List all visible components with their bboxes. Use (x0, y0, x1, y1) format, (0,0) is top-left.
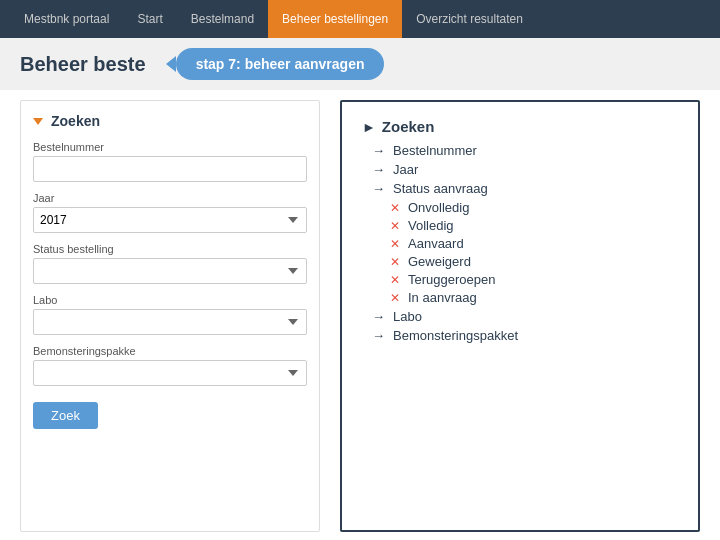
nav-bar: Mestbnk portaal Start Bestelmand Beheer … (0, 0, 720, 38)
label-bemonsteringspakket: Bemonsteringspakke (33, 345, 307, 357)
annotation-bemonsteringspakket: → Bemonsteringspakket (362, 328, 678, 343)
cross-icon-aanvaard: ✕ (390, 237, 400, 251)
form-group-jaar: Jaar 2017 2016 2015 (33, 192, 307, 233)
label-jaar: Jaar (33, 192, 307, 204)
cross-icon-geweigerd: ✕ (390, 255, 400, 269)
annotation-text-labo: Labo (393, 309, 422, 324)
zoeken-label: Zoeken (51, 113, 100, 129)
nav-mestbnk[interactable]: Mestbnk portaal (10, 0, 123, 38)
arrow-icon-bestelnummer: → (372, 143, 385, 158)
cross-icon-inaanvraag: ✕ (390, 291, 400, 305)
arrow-icon-status: → (372, 181, 385, 196)
page-title: Beheer beste (20, 53, 146, 76)
sub-item-volledig: ✕ Volledig (390, 218, 678, 233)
annotation-text-status: Status aanvraag (393, 181, 488, 196)
cross-icon-onvolledig: ✕ (390, 201, 400, 215)
cross-icon-teruggeroepen: ✕ (390, 273, 400, 287)
status-sub-items: ✕ Onvolledig ✕ Volledig ✕ Aanvaard ✕ Gew… (362, 200, 678, 305)
select-status[interactable] (33, 258, 307, 284)
annotation-bestelnummer: → Bestelnummer (362, 143, 678, 158)
sub-item-text-aanvaard: Aanvaard (408, 236, 464, 251)
annotation-title-text: Zoeken (382, 118, 435, 135)
cross-icon-volledig: ✕ (390, 219, 400, 233)
nav-start[interactable]: Start (123, 0, 176, 38)
sub-item-text-inaanvraag: In aanvraag (408, 290, 477, 305)
sub-item-geweigerd: ✕ Geweigerd (390, 254, 678, 269)
annotation-jaar: → Jaar (362, 162, 678, 177)
annotation-text-jaar: Jaar (393, 162, 418, 177)
form-group-bemonsteringspakket: Bemonsteringspakke (33, 345, 307, 386)
label-bestelnummer: Bestelnummer (33, 141, 307, 153)
label-status: Status bestelling (33, 243, 307, 255)
nav-beheer[interactable]: Beheer bestellingen (268, 0, 402, 38)
form-panel: Zoeken Bestelnummer Jaar 2017 2016 2015 … (20, 100, 320, 532)
sub-item-text-geweigerd: Geweigerd (408, 254, 471, 269)
form-group-status: Status bestelling (33, 243, 307, 284)
zoeken-header: Zoeken (33, 113, 307, 129)
annotation-title: ► Zoeken (362, 118, 678, 135)
sub-item-aanvaard: ✕ Aanvaard (390, 236, 678, 251)
chevron-down-icon (33, 118, 43, 125)
arrow-icon-bemonsteringspakket: → (372, 328, 385, 343)
annotation-status-aanvraag: → Status aanvraag (362, 181, 678, 196)
select-jaar[interactable]: 2017 2016 2015 (33, 207, 307, 233)
tooltip-bubble: stap 7: beheer aanvragen (176, 48, 385, 80)
annotation-labo: → Labo (362, 309, 678, 324)
page-header: Beheer beste stap 7: beheer aanvragen (0, 38, 720, 90)
annotation-text-bemonsteringspakket: Bemonsteringspakket (393, 328, 518, 343)
annotation-panel: ► Zoeken → Bestelnummer → Jaar → Status … (340, 100, 700, 532)
arrow-right-icon: ► (362, 119, 376, 135)
label-labo: Labo (33, 294, 307, 306)
arrow-icon-jaar: → (372, 162, 385, 177)
nav-bestelmand[interactable]: Bestelmand (177, 0, 268, 38)
annotation-text-bestelnummer: Bestelnummer (393, 143, 477, 158)
select-bemonsteringspakket[interactable] (33, 360, 307, 386)
zoek-button[interactable]: Zoek (33, 402, 98, 429)
arrow-icon-labo: → (372, 309, 385, 324)
sub-item-text-volledig: Volledig (408, 218, 454, 233)
sub-item-text-teruggeroepen: Teruggeroepen (408, 272, 495, 287)
sub-item-teruggeroepen: ✕ Teruggeroepen (390, 272, 678, 287)
input-bestelnummer[interactable] (33, 156, 307, 182)
form-group-labo: Labo (33, 294, 307, 335)
main-content: Zoeken Bestelnummer Jaar 2017 2016 2015 … (0, 90, 720, 540)
sub-item-text-onvolledig: Onvolledig (408, 200, 469, 215)
select-labo[interactable] (33, 309, 307, 335)
sub-item-inaanvraag: ✕ In aanvraag (390, 290, 678, 305)
sub-item-onvolledig: ✕ Onvolledig (390, 200, 678, 215)
nav-overzicht[interactable]: Overzicht resultaten (402, 0, 537, 38)
form-group-bestelnummer: Bestelnummer (33, 141, 307, 182)
